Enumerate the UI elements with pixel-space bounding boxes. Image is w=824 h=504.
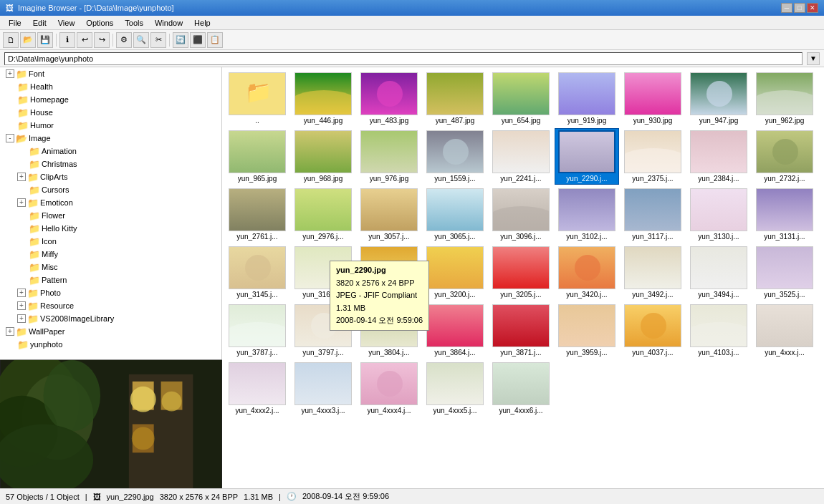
sidebar-item-cliparts[interactable]: +📁ClipArts <box>0 170 221 183</box>
sidebar-item-misc[interactable]: 📁Misc <box>0 261 221 273</box>
tree-expander-animation[interactable] <box>17 145 29 157</box>
thumb-item[interactable]: yun_4xxx5.j... <box>423 360 487 417</box>
maximize-button[interactable]: □ <box>794 3 805 13</box>
thumb-item[interactable]: yun_4103.j... <box>686 302 751 359</box>
thumb-item[interactable]: yun_3525.j... <box>752 244 817 301</box>
tree-expander-yunphoto[interactable] <box>6 339 17 350</box>
toolbar-btn3[interactable]: ↪ <box>94 32 110 48</box>
sidebar-item-resource[interactable]: +📁Resource <box>0 299 221 312</box>
thumb-item[interactable]: yun_3787.j... <box>225 302 289 359</box>
menu-item-window[interactable]: Window <box>149 17 188 29</box>
toolbar-btn6[interactable]: ✂ <box>150 32 166 48</box>
toolbar-open[interactable]: 📂 <box>20 32 36 48</box>
thumb-item[interactable]: yun_2976.j... <box>291 186 355 243</box>
tree-expander-photo[interactable]: + <box>17 289 26 297</box>
thumb-item[interactable]: yun_487.jpg <box>423 70 487 127</box>
thumb-item[interactable]: yun_4037.j... <box>621 302 685 359</box>
tree-expander-resource[interactable]: + <box>17 301 26 310</box>
sidebar-item-photo[interactable]: +📁Photo <box>0 286 221 299</box>
tree-expander-wallpaper[interactable]: + <box>6 327 14 336</box>
thumb-item[interactable]: yun_2241.j... <box>489 128 553 185</box>
tree-expander-homepage[interactable] <box>6 94 17 105</box>
sidebar-item-wallpaper[interactable]: +📁WallPaper <box>0 325 221 338</box>
sidebar-item-hello-kitty[interactable]: 📁Hello Kitty <box>0 222 221 235</box>
thumb-item[interactable]: yun_2761.j... <box>225 186 289 243</box>
thumb-item[interactable]: yun_919.jpg <box>555 70 619 127</box>
thumb-item[interactable]: yun_3492.j... <box>621 244 685 301</box>
sidebar-item-christmas[interactable]: 📁Christmas <box>0 158 221 170</box>
thumb-item[interactable]: yun_2375.j... <box>621 128 685 185</box>
tree-expander-icon[interactable] <box>17 236 29 247</box>
sidebar-item-icon[interactable]: 📁Icon <box>0 235 221 248</box>
sidebar-item-emoticon[interactable]: +📁Emoticon <box>0 196 221 209</box>
thumb-item[interactable]: yun_976.jpg <box>357 128 421 185</box>
toolbar-btn9[interactable]: 📋 <box>207 32 223 48</box>
tree-expander-vs2008[interactable]: + <box>17 314 26 323</box>
thumb-item[interactable]: yun_3205.j... <box>489 244 553 301</box>
tree-expander-flower[interactable] <box>17 210 29 221</box>
tree-expander-miffy[interactable] <box>17 248 29 260</box>
sidebar-item-house[interactable]: 📁House <box>0 106 221 119</box>
tree-expander-house[interactable] <box>6 107 17 118</box>
sidebar-item-font[interactable]: +📁Font <box>0 67 221 80</box>
thumb-item[interactable]: yun_4xxx4.j... <box>357 360 421 417</box>
tree-expander-cursors[interactable] <box>17 184 29 195</box>
thumb-item[interactable]: yun_3864.j... <box>423 302 487 359</box>
tree-expander-emoticon[interactable]: + <box>17 198 26 207</box>
thumb-item[interactable]: yun_962.jpg <box>752 70 817 127</box>
thumb-item[interactable]: yun_3131.j... <box>752 186 817 243</box>
thumb-item[interactable]: yun_654.jpg <box>489 70 553 127</box>
sidebar-item-yunphoto[interactable]: 📁yunphoto <box>0 338 221 351</box>
tree-expander-misc[interactable] <box>17 261 29 273</box>
address-input[interactable] <box>4 52 803 65</box>
thumb-item[interactable]: yun_2290.j... <box>555 128 619 185</box>
thumb-item[interactable]: yun_4xxx2.j... <box>225 360 289 417</box>
thumb-item[interactable]: yun_968.jpg <box>291 128 355 185</box>
thumb-item[interactable]: yun_3096.j... <box>489 186 553 243</box>
sidebar-item-health[interactable]: 📁Health <box>0 80 221 93</box>
thumb-item[interactable]: yun_965.jpg <box>225 128 289 185</box>
toolbar-info[interactable]: ℹ <box>59 32 75 48</box>
toolbar-btn2[interactable]: ↩ <box>77 32 92 48</box>
tree-expander-cliparts[interactable]: + <box>17 173 26 181</box>
tree-expander-hello-kitty[interactable] <box>17 223 29 234</box>
thumb-item[interactable]: yun_4xxx.j... <box>752 302 817 359</box>
toolbar-btn7[interactable]: 🔄 <box>173 32 188 48</box>
toolbar-save[interactable]: 💾 <box>37 32 53 48</box>
toolbar-btn5[interactable]: 🔍 <box>133 32 149 48</box>
menu-item-view[interactable]: View <box>52 17 81 29</box>
toolbar-btn4[interactable]: ⚙ <box>116 32 132 48</box>
tree-expander-humor[interactable] <box>6 120 17 131</box>
menu-item-file[interactable]: File <box>3 17 27 29</box>
thumb-item[interactable]: yun_947.jpg <box>686 70 751 127</box>
menu-item-tools[interactable]: Tools <box>119 17 149 29</box>
thumb-item[interactable]: yun_3065.j... <box>423 186 487 243</box>
minimize-button[interactable]: ─ <box>781 3 792 13</box>
thumb-item[interactable]: yun_1559.j... <box>423 128 487 185</box>
thumb-item[interactable]: yun_446.jpg <box>291 70 355 127</box>
tree-expander-christmas[interactable] <box>17 158 29 170</box>
thumb-item[interactable]: yun_3130.j... <box>686 186 751 243</box>
tree-expander-health[interactable] <box>6 81 17 92</box>
tree-expander-font[interactable]: + <box>6 69 14 78</box>
thumb-item[interactable]: 📁.. <box>225 70 289 127</box>
sidebar-item-homepage[interactable]: 📁Homepage <box>0 93 221 106</box>
thumb-item[interactable]: yun_3871.j... <box>489 302 553 359</box>
menu-item-edit[interactable]: Edit <box>27 17 52 29</box>
thumb-item[interactable]: yun_3102.j... <box>555 186 619 243</box>
thumb-item[interactable]: yun_3420.j... <box>555 244 619 301</box>
close-button[interactable]: ✕ <box>807 3 818 13</box>
sidebar-item-vs2008[interactable]: +📁VS2008ImageLibrary <box>0 312 221 325</box>
thumb-item[interactable]: yun_930.jpg <box>621 70 685 127</box>
tree-expander-image[interactable]: - <box>6 134 14 142</box>
sidebar-item-cursors[interactable]: 📁Cursors <box>0 183 221 196</box>
thumb-item[interactable]: yun_3494.j... <box>686 244 751 301</box>
titlebar-controls[interactable]: ─ □ ✕ <box>781 3 818 13</box>
thumb-item[interactable]: yun_3117.j... <box>621 186 685 243</box>
thumb-item[interactable]: yun_3057.j... <box>357 186 421 243</box>
tree-expander-pattern[interactable] <box>17 274 29 286</box>
toolbar-btn8[interactable]: ⬛ <box>190 32 206 48</box>
sidebar-item-pattern[interactable]: 📁Pattern <box>0 273 221 286</box>
thumb-item[interactable]: yun_3959.j... <box>555 302 619 359</box>
menu-item-options[interactable]: Options <box>80 17 119 29</box>
